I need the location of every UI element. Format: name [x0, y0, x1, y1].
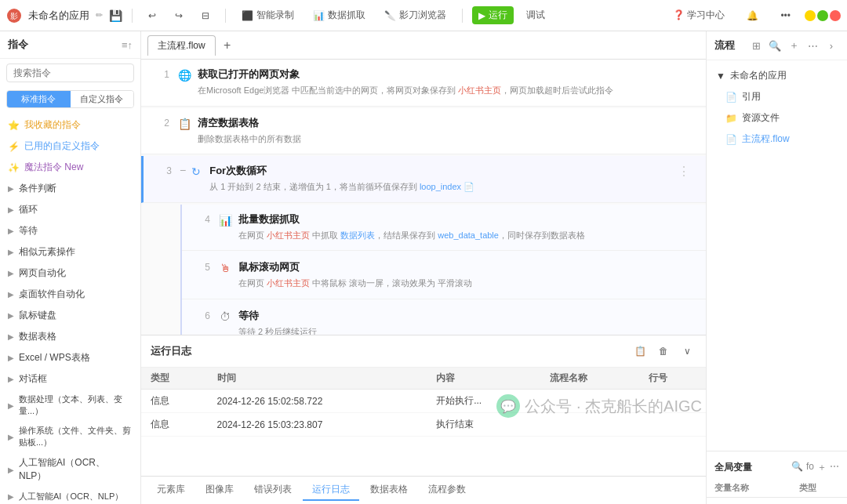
global-vars-more-icon[interactable]: ⋯	[830, 461, 839, 474]
log-content: 执行结束	[427, 413, 540, 437]
log-table: 类型 时间 内容 流程名称 行号 信息 2024-12-26 15:02:58.…	[141, 368, 706, 437]
data-capture-icon: 📊	[313, 10, 325, 21]
sidebar-item-similar-element[interactable]: ▶ 相似元素操作	[0, 241, 140, 263]
step-number: 3	[156, 165, 172, 176]
flow-more-icon[interactable]: ⋯	[805, 38, 820, 53]
col-type: 类型	[141, 368, 208, 390]
sidebar-item-favorites[interactable]: ⭐ 我收藏的指令	[0, 114, 140, 136]
step-number: 2	[154, 118, 169, 129]
step-content: For次数循环 从 1 开始到 2 结束，递增值为 1，将当前循环值保存到 lo…	[209, 164, 674, 194]
tree-item-app[interactable]: ▼ 未命名的应用	[707, 65, 847, 86]
sidebar-item-condition[interactable]: ▶ 条件判断	[0, 178, 140, 199]
tab-standard[interactable]: 标准指令	[7, 91, 71, 107]
step-content: 等待 等待 2 秒后继续运行	[238, 309, 693, 335]
tab-elements[interactable]: 元素库	[147, 480, 194, 501]
flow-step-4: 4 📊 批量数据抓取 在网页 小红书主页 中抓取 数据列表，结结果保存到 web…	[182, 205, 706, 252]
svg-text:影: 影	[10, 12, 18, 20]
sidebar-item-web[interactable]: ▶ 网页自动化	[0, 263, 140, 284]
sidebar-item-excel[interactable]: ▶ Excel / WPS表格	[0, 347, 140, 368]
flow-grid-icon[interactable]: ⊞	[748, 38, 764, 53]
flow-step-5: 5 🖱 鼠标滚动网页 在网页 小红书主页 中将鼠标 滚动一屏，滚动效果为 平滑滚…	[182, 252, 706, 299]
sidebar-item-data-processing[interactable]: ▶ 数据处理（文本、列表、变量...）	[0, 390, 140, 421]
tab-run-log[interactable]: 运行日志	[303, 480, 359, 501]
browser-icon: 🔪	[384, 10, 396, 21]
main-layout: 指令 ≡↑ 标准指令 自定义指令 ⭐ 我收藏的指令 ⚡ 已用的自定义指令 ✨ 魔…	[0, 31, 847, 504]
log-row: 信息 2024-12-26 15:03:23.807 执行结束	[141, 413, 706, 437]
sidebar-item-dialog[interactable]: ▶ 对话框	[0, 368, 140, 390]
help-icon: ❓	[673, 9, 685, 20]
flow-tab-main[interactable]: 主流程.flow	[147, 35, 216, 56]
step-desc: 从 1 开始到 2 结束，递增值为 1，将当前循环值保存到 loop_index…	[209, 180, 674, 194]
collapse-icon[interactable]: −	[180, 164, 186, 176]
sidebar-item-loop[interactable]: ▶ 循环	[0, 199, 140, 220]
step-icon: 🌐	[177, 68, 191, 82]
tree-item-main-flow[interactable]: 📄 主流程.flow	[707, 129, 847, 150]
global-vars-section: 全局变量 🔍 fo ＋ ⋯ 变量名称 类型	[707, 451, 847, 504]
tab-flow-params[interactable]: 流程参数	[419, 480, 475, 501]
search-input[interactable]	[6, 63, 134, 82]
sidebar-item-flow-app[interactable]: ▶ 人工智能AI（OCR、NLP）	[0, 452, 140, 487]
sort-icon[interactable]: ≡↑	[122, 39, 133, 51]
grid-button[interactable]: ⊟	[195, 8, 216, 24]
sidebar-item-desktop[interactable]: ▶ 桌面软件自动化	[0, 284, 140, 305]
right-sidebar: 流程 ⊞ 🔍 ＋ ⋯ › ▼ 未命名的应用 📄 引用 📁 资源文件	[706, 31, 847, 504]
link-xhs: 小红书主页	[458, 85, 501, 95]
global-vars-add-icon[interactable]: ＋	[817, 461, 827, 474]
copy-log-button[interactable]: 📋	[631, 342, 649, 361]
sidebar-item-custom-used[interactable]: ⚡ 已用的自定义指令	[0, 136, 140, 157]
minimize-button[interactable]	[805, 10, 816, 21]
run-icon: ▶	[478, 10, 485, 21]
maximize-button[interactable]	[817, 10, 828, 21]
tree-item-ref[interactable]: 📄 引用	[707, 86, 847, 107]
sidebar-item-magic[interactable]: ✨ 魔法指令 New	[0, 157, 140, 178]
redo-button[interactable]: ↪	[169, 8, 189, 24]
sidebar-item-ai[interactable]: ▶ 人工智能AI（OCR、NLP）	[0, 487, 140, 504]
arrow-icon: ▶	[8, 269, 14, 277]
record-icon: ⬛	[242, 10, 253, 21]
tab-datatable[interactable]: 数据表格	[361, 480, 417, 501]
close-button[interactable]	[830, 10, 841, 21]
more-icon[interactable]: ⋮	[674, 164, 693, 179]
step-title: 清空数据表格	[198, 116, 693, 130]
help-center-button[interactable]: ❓ 学习中心	[665, 6, 732, 24]
log-time: 2024-12-26 15:03:23.807	[208, 413, 427, 437]
sidebar-item-mouse-keyboard[interactable]: ▶ 鼠标键盘	[0, 305, 140, 326]
tab-custom[interactable]: 自定义指令	[71, 91, 134, 107]
debug-button[interactable]: 调试	[520, 6, 551, 24]
loop-icon: ↻	[189, 165, 203, 179]
flow-step-3: 3 − ↻ For次数循环 从 1 开始到 2 结束，递增值为 1，将当前循环值…	[141, 156, 706, 203]
edit-icon[interactable]: ✏	[96, 10, 103, 20]
more-button[interactable]: •••	[772, 8, 798, 24]
sep2	[225, 9, 226, 23]
step-number: 1	[154, 69, 169, 80]
arrow-icon: ▶	[8, 227, 14, 235]
run-button[interactable]: ▶ 运行	[472, 6, 514, 24]
sidebar-item-wait[interactable]: ▶ 等待	[0, 220, 140, 241]
sidebar-item-datatable[interactable]: ▶ 数据表格	[0, 326, 140, 347]
sidebar-item-os[interactable]: ▶ 操作系统（文件、文件夹、剪贴板...）	[0, 421, 140, 452]
tab-images[interactable]: 图像库	[196, 480, 243, 501]
collapse-log-button[interactable]: ∨	[678, 342, 696, 361]
flow-step-1: 1 🌐 获取已打开的网页对象 在Microsoft Edge浏览器 中匹配当前选…	[141, 60, 706, 107]
global-vars-table: 变量名称 类型	[707, 479, 847, 498]
step-icon: 🖱	[218, 261, 232, 275]
global-vars-search-icon[interactable]: 🔍	[791, 461, 803, 474]
undo-button[interactable]: ↩	[142, 8, 162, 24]
step-desc: 在Microsoft Edge浏览器 中匹配当前选中的网页，将网页对象保存到 小…	[198, 84, 693, 98]
global-vars-func-icon[interactable]: fo	[806, 461, 814, 474]
flow-collapse-icon[interactable]: ›	[823, 38, 839, 53]
clear-log-button[interactable]: 🗑	[654, 342, 673, 361]
global-vars-header: 全局变量 🔍 fo ＋ ⋯	[707, 458, 847, 479]
link-loop-index: loop_index	[420, 182, 461, 191]
flow-search-icon[interactable]: 🔍	[767, 38, 783, 53]
add-tab-button[interactable]: +	[219, 37, 236, 54]
notification-button[interactable]: 🔔	[739, 8, 766, 24]
save-icon[interactable]: 💾	[109, 9, 122, 22]
tab-errors[interactable]: 错误列表	[245, 480, 301, 501]
flow-add-icon[interactable]: ＋	[786, 38, 802, 53]
browser-button[interactable]: 🔪 影刀浏览器	[378, 6, 453, 24]
record-button[interactable]: ⬛ 智能录制	[235, 6, 300, 24]
tree-item-resources[interactable]: 📁 资源文件	[707, 107, 847, 129]
expand-icon: ▼	[716, 71, 725, 82]
data-capture-button[interactable]: 📊 数据抓取	[307, 6, 372, 24]
